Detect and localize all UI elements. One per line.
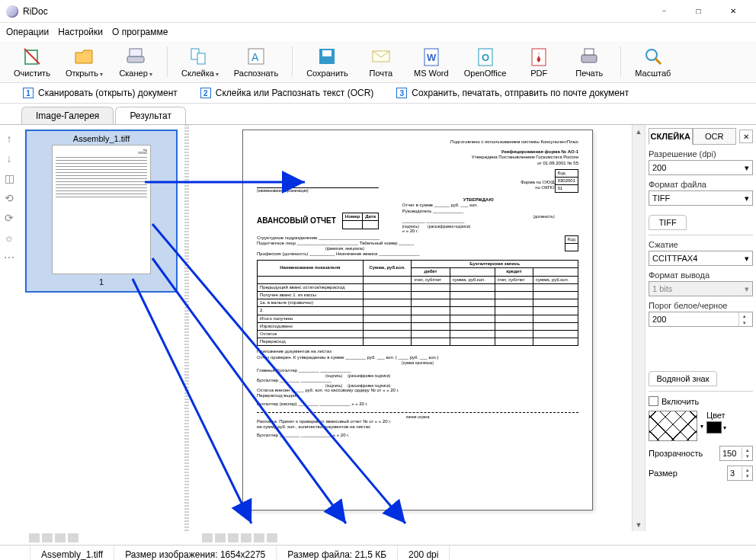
openoffice-button[interactable]: O OpenOffice [460, 44, 511, 79]
crop-icon[interactable]: ◫ [3, 172, 15, 184]
threshold-input[interactable]: 200▴▾ [649, 312, 753, 327]
glue-button[interactable]: Склейка▾ [177, 44, 223, 79]
watermark-size-input[interactable]: 3▴▾ [727, 466, 753, 481]
chevron-down-icon: ▾ [745, 284, 749, 294]
chevron-down-icon[interactable]: ▾ [723, 424, 726, 431]
right-tab-ocr[interactable]: OCR [693, 128, 737, 145]
more-icon[interactable]: ⋯ [3, 251, 15, 264]
scroll-up-icon[interactable]: ▲ [633, 125, 645, 138]
output-combo: 1 bits▾ [649, 281, 753, 296]
svg-rect-15 [581, 55, 597, 62]
maximize-button[interactable]: □ [681, 0, 716, 23]
print-icon [578, 46, 600, 67]
svg-rect-16 [585, 49, 594, 55]
pdf-button[interactable]: PDF [517, 44, 561, 79]
tab-result[interactable]: Результат [115, 107, 186, 124]
thumbnail-item[interactable]: Assembly_1.tiff Код0302001 1 [25, 130, 178, 293]
open-button[interactable]: Открыть▾ [61, 44, 107, 79]
dpi-label: Разрешение (dpi) [649, 149, 753, 158]
bottom-indicators [0, 531, 756, 545]
preview-panel: Подготовлено с использованием системы Ко… [189, 125, 645, 531]
status-image-size: Размер изображения: 1654x2275 [114, 546, 277, 560]
step-3-label: Сохранить, печатать, отправить по почте … [412, 88, 629, 98]
recognize-button[interactable]: A Распознать [229, 44, 283, 79]
zoom-button[interactable]: Масштаб [630, 44, 675, 79]
mail-icon [370, 46, 392, 67]
right-panel-close[interactable]: ✕ [739, 130, 753, 143]
menu-operations[interactable]: Операции [6, 27, 49, 37]
tiff-subtab[interactable]: TIFF [649, 215, 687, 230]
step-2-label: Склейка или Распознать текст (OCR) [216, 88, 374, 98]
chevron-down-icon[interactable]: ▾ [700, 423, 703, 430]
step-2-number: 2 [200, 88, 211, 98]
print-button[interactable]: Печать [567, 44, 611, 79]
compression-combo[interactable]: CCITTFAX4▾ [649, 251, 753, 266]
watermark-opacity-label: Прозрачность [649, 449, 703, 458]
status-dpi: 200 dpi [398, 546, 450, 560]
msword-button[interactable]: W MS Word [409, 44, 453, 79]
ocr-icon: A [245, 46, 267, 67]
document-tabs: Image-Галерея Результат [0, 104, 756, 124]
glue-icon [189, 46, 210, 67]
arrow-down-icon[interactable]: ↓ [3, 152, 15, 165]
dpi-combo[interactable]: 200▾ [649, 160, 753, 175]
openoffice-icon: O [475, 46, 496, 67]
status-filename: Assembly_1.tiff [30, 546, 114, 560]
rotate-left-icon[interactable]: ⟲ [3, 192, 15, 204]
watermark-preview[interactable] [649, 411, 697, 441]
thumbnail-index: 1 [28, 274, 175, 286]
watermark-subtab[interactable]: Водяной знак [649, 371, 717, 386]
format-combo[interactable]: TIFF▾ [649, 190, 753, 206]
watermark-color-swatch[interactable] [706, 421, 722, 434]
mail-button[interactable]: Почта [359, 44, 403, 79]
thumbnail-image: Код0302001 [52, 145, 151, 274]
thumbnail-panel: Assembly_1.tiff Код0302001 1 [18, 125, 184, 531]
thumbnail-filename: Assembly_1.tiff [28, 133, 175, 145]
titlebar: RiDoc − □ ✕ [0, 0, 756, 23]
document-page[interactable]: Подготовлено с использованием системы Ко… [242, 130, 593, 510]
chevron-down-icon: ▾ [149, 71, 152, 78]
brightness-icon[interactable]: ☼ [3, 232, 15, 244]
open-icon [73, 46, 94, 67]
arrow-up-icon[interactable]: ↑ [3, 133, 15, 145]
svg-rect-2 [130, 49, 142, 56]
scroll-down-icon[interactable]: ▼ [633, 518, 645, 531]
watermark-enable-checkbox[interactable] [649, 396, 658, 406]
scanner-button[interactable]: Сканер▾ [114, 44, 158, 79]
menubar: Операции Настройки О программе [0, 23, 756, 41]
save-button[interactable]: Сохранить [302, 44, 353, 79]
watermark-color-label: Цвет [706, 411, 726, 420]
tab-gallery[interactable]: Image-Галерея [21, 107, 114, 124]
close-button[interactable]: ✕ [716, 0, 750, 23]
svg-line-18 [655, 59, 661, 64]
rotate-right-icon[interactable]: ⟳ [3, 212, 15, 224]
scanner-icon [125, 46, 146, 67]
toolbar: Очистить Открыть▾ Сканер▾ Склейка▾ A Рас… [0, 41, 756, 83]
status-file-size: Размер файла: 21,5 КБ [277, 546, 398, 560]
right-tab-glue[interactable]: СКЛЕЙКА [649, 128, 693, 145]
chevron-down-icon: ▾ [745, 254, 749, 264]
format-label: Формат файла [649, 180, 753, 189]
compression-label: Сжатие [649, 240, 753, 249]
minimize-button[interactable]: − [647, 0, 681, 23]
chevron-down-icon: ▾ [100, 71, 103, 78]
chevron-down-icon: ▾ [745, 163, 749, 173]
svg-point-17 [646, 50, 657, 60]
save-icon [316, 46, 338, 67]
step-3-number: 3 [396, 88, 407, 98]
watermark-opacity-input[interactable]: 150▴▾ [719, 446, 753, 461]
word-icon: W [421, 46, 442, 67]
preview-scrollbar[interactable]: ▲ ▼ [632, 125, 645, 531]
svg-text:O: O [482, 52, 489, 63]
clear-icon [21, 46, 43, 67]
svg-text:W: W [427, 52, 437, 63]
menu-about[interactable]: О программе [112, 27, 168, 37]
app-icon [6, 5, 18, 18]
output-label: Формат вывода [649, 270, 753, 280]
zoom-icon [642, 46, 664, 67]
svg-text:A: A [251, 51, 259, 63]
right-panel: СКЛЕЙКА OCR ✕ Разрешение (dpi) 200▾ Форм… [645, 125, 756, 531]
clear-button[interactable]: Очистить [9, 44, 55, 79]
watermark-enable-label: Включить [662, 397, 699, 406]
menu-settings[interactable]: Настройки [58, 27, 103, 37]
